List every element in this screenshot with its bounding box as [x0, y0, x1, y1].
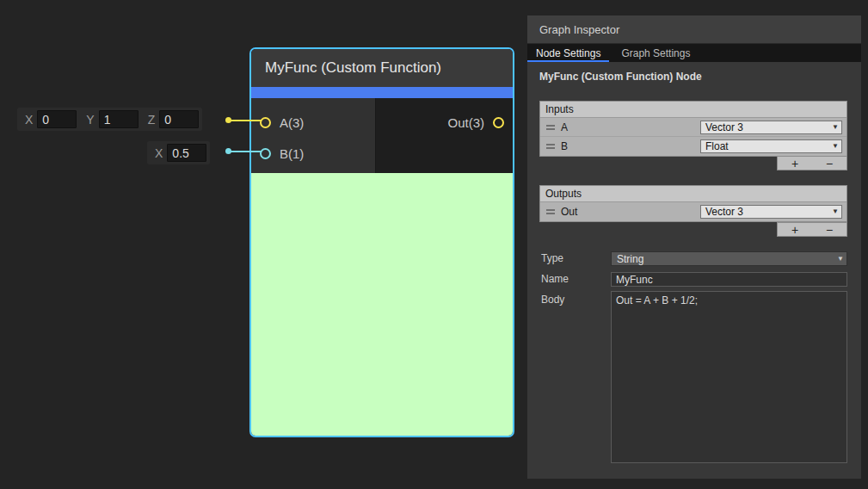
input-port-b-icon[interactable] [260, 148, 271, 159]
graph-inspector-header[interactable]: Graph Inspector [527, 15, 861, 44]
remove-output-button[interactable]: − [812, 223, 846, 236]
shader-graph-window: X Y Z X MyFunc (Custom Function) A(3 [0, 0, 868, 489]
outputs-section: Outputs Out Vector 3 ▼ [539, 185, 847, 222]
dropdown-value: Vector 3 [705, 121, 743, 133]
vector-x-input[interactable] [37, 110, 77, 128]
input-row-b[interactable]: B Float ▼ [540, 137, 846, 156]
graph-inspector-panel: Graph Inspector Node Settings Graph Sett… [527, 15, 861, 479]
node-ports-area: A(3) B(1) Out(3) [251, 98, 513, 173]
edge-connector-dot[interactable] [225, 117, 231, 123]
port-a-label: A(3) [280, 115, 304, 130]
vector-z-label: Z [148, 113, 156, 127]
drag-handle-icon[interactable] [546, 144, 555, 149]
chevron-down-icon: ▼ [832, 142, 839, 150]
inspector-tab-bar: Node Settings Graph Settings [527, 44, 861, 62]
node-title-bar[interactable]: MyFunc (Custom Function) [251, 49, 513, 87]
body-textarea[interactable]: Out = A + B + 1/2; [611, 291, 847, 463]
vector-y-input[interactable] [99, 110, 139, 128]
node-preview [251, 173, 513, 436]
chevron-down-icon: ▼ [837, 255, 844, 263]
type-dropdown[interactable]: String ▼ [611, 251, 847, 266]
name-input[interactable] [611, 272, 847, 287]
drag-handle-icon[interactable] [546, 209, 555, 214]
node-settings-heading: MyFunc (Custom Function) Node [539, 71, 702, 83]
dropdown-value: Vector 3 [705, 206, 743, 218]
custom-function-node[interactable]: MyFunc (Custom Function) A(3) B(1) Out(3… [249, 47, 514, 437]
add-output-button[interactable]: + [778, 223, 812, 236]
body-label: Body [541, 293, 564, 307]
vector-z-input[interactable] [159, 110, 199, 128]
node-accent-bar [251, 87, 513, 98]
port-row-out: Out(3) [376, 107, 513, 138]
vector-x-group: X [21, 110, 77, 128]
float-x-group: X [151, 144, 206, 162]
add-input-button[interactable]: + [778, 157, 812, 170]
inputs-list-footer: + − [777, 156, 847, 170]
vector3-input-widget[interactable]: X Y Z [17, 108, 202, 131]
outputs-section-header: Outputs [540, 186, 846, 202]
chevron-down-icon: ▼ [832, 123, 839, 131]
input-b-type-dropdown[interactable]: Float ▼ [700, 139, 842, 153]
output-row-out[interactable]: Out Vector 3 ▼ [540, 202, 846, 221]
drag-handle-icon[interactable] [546, 125, 555, 130]
dropdown-value: String [617, 253, 643, 265]
inputs-section: Inputs A Vector 3 ▼ B Float ▼ [539, 101, 847, 157]
graph-inspector-title: Graph Inspector [539, 23, 619, 36]
float-input-widget[interactable]: X [147, 141, 210, 164]
tab-graph-settings[interactable]: Graph Settings [613, 44, 699, 62]
dropdown-value: Float [705, 140, 729, 152]
inputs-section-header: Inputs [540, 102, 846, 118]
edge-connector-dot[interactable] [225, 148, 231, 154]
chevron-down-icon: ▼ [832, 207, 839, 215]
name-label: Name [541, 272, 569, 287]
port-row-a: A(3) [251, 107, 375, 138]
input-row-name: A [561, 121, 700, 133]
vector-z-group: Z [144, 110, 200, 128]
vector-y-label: Y [86, 113, 94, 127]
node-input-ports: A(3) B(1) [251, 98, 376, 173]
port-out-label: Out(3) [447, 115, 484, 130]
output-type-dropdown[interactable]: Vector 3 ▼ [700, 205, 842, 219]
input-port-a-icon[interactable] [260, 117, 271, 128]
port-b-label: B(1) [280, 146, 304, 161]
vector-y-group: Y [82, 110, 138, 128]
float-x-label: X [155, 146, 163, 160]
port-row-b: B(1) [251, 138, 375, 169]
float-x-input[interactable] [167, 144, 206, 162]
vector-x-label: X [25, 113, 33, 127]
tab-node-settings[interactable]: Node Settings [527, 44, 609, 62]
input-a-type-dropdown[interactable]: Vector 3 ▼ [700, 121, 842, 134]
node-output-ports: Out(3) [376, 98, 513, 173]
input-row-name: B [561, 140, 700, 152]
node-title: MyFunc (Custom Function) [265, 59, 441, 77]
output-port-icon[interactable] [493, 117, 504, 128]
tab-label: Graph Settings [621, 47, 690, 59]
remove-input-button[interactable]: − [812, 157, 846, 170]
type-label: Type [541, 251, 563, 266]
tab-label: Node Settings [536, 47, 600, 59]
outputs-list-footer: + − [777, 222, 847, 237]
output-row-name: Out [561, 206, 700, 218]
input-row-a[interactable]: A Vector 3 ▼ [540, 118, 846, 137]
